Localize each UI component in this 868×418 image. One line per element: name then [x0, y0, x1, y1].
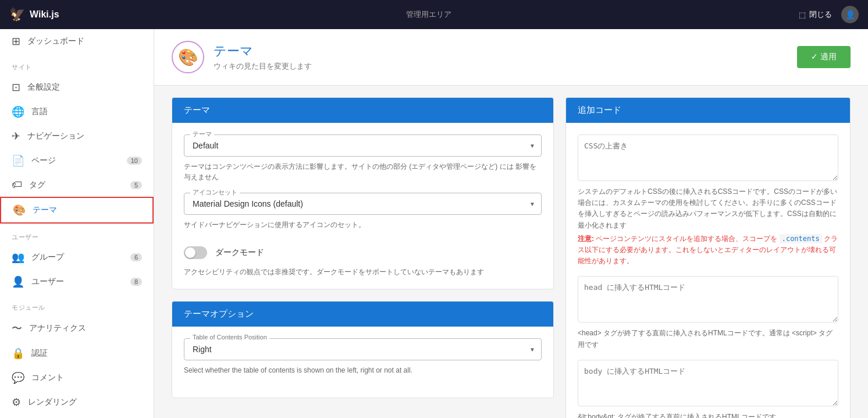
head-info: <head> タグが終了する直前に挿入されるHTMLコードです。通常は <scr… [578, 328, 838, 350]
pages-badge: 10 [127, 157, 142, 165]
sections-container: テーマ テーマ Default テーマはコンテンツページの表示方法に影響します。… [154, 86, 868, 418]
user-avatar[interactable]: 👤 [841, 6, 859, 23]
theme-card-body: テーマ Default テーマはコンテンツページの表示方法に影響します。サイトの… [172, 123, 553, 289]
topbar-center-label: 管理用エリア [59, 9, 799, 20]
additional-code-header: 追加コード [566, 98, 850, 123]
head-section: <head> タグが終了する直前に挿入されるHTMLコードです。通常は <scr… [578, 276, 838, 350]
iconset-field-group: アイコンセット Material Design Icons (default) … [184, 193, 542, 230]
sidebar-section-user: ユーザー [0, 224, 154, 245]
sidebar-label-comments: コメント [31, 373, 64, 383]
sidebar-item-analytics[interactable]: 〜 アナリティクス [0, 316, 154, 341]
dashboard-icon: ⊞ [12, 35, 20, 48]
right-sections: 追加コード システムのデフォルトCSSの後に挿入されるCSSコードです。CSSの… [565, 97, 851, 418]
sidebar-label-rendering: レンダリング [28, 397, 77, 408]
css-textarea[interactable] [578, 134, 838, 181]
sidebar-label-users: ユーザー [31, 277, 64, 287]
head-textarea[interactable] [578, 276, 838, 323]
page-title-block: テーマ ウィキの見た目を変更します [214, 42, 312, 72]
sidebar-item-theme[interactable]: 🎨 テーマ [0, 197, 154, 224]
warning-code: .contents [780, 234, 822, 243]
theme-card-header: テーマ [172, 98, 553, 123]
body-info: &lt;body&gt; タグが終了する直前に挿入されるHTMLコードです [578, 412, 838, 418]
apply-label: ✓ 適用 [811, 52, 837, 62]
sidebar-label-groups: グループ [31, 252, 64, 263]
page-title: テーマ [214, 42, 312, 60]
additional-code-body: システムのデフォルトCSSの後に挿入されるCSSコードです。CSSのコードが多い… [566, 123, 850, 418]
iconset-select[interactable]: Material Design Icons (default) [193, 199, 533, 208]
theme-floating-label: テーマ [190, 130, 214, 139]
toc-select-wrapper[interactable]: Table of Contents Position Right Left Of… [184, 338, 542, 360]
sidebar: ⊞ ダッシュボード サイト ⊡ 全般設定 🌐 言語 ✈ ナビゲーション 📄 ペー… [0, 29, 154, 418]
theme-options-card: テーマオプション Table of Contents Position Righ… [172, 301, 554, 398]
sidebar-label-auth: 認証 [31, 348, 48, 359]
darkmode-group: ダークモード アクセシビリティの観点では非推奨です。ダークモードをサポートしてい… [184, 240, 542, 277]
theme-card: テーマ テーマ Default テーマはコンテンツページの表示方法に影響します。… [172, 97, 554, 289]
sidebar-label-general: 全般設定 [27, 82, 60, 93]
darkmode-toggle[interactable] [184, 246, 207, 259]
theme-select-wrapper[interactable]: テーマ Default [184, 134, 542, 157]
theme-icon: 🎨 [13, 204, 26, 217]
body-textarea[interactable] [578, 360, 838, 406]
sidebar-item-auth[interactable]: 🔒 認証 [0, 341, 154, 366]
avatar-icon: 👤 [845, 10, 855, 19]
sidebar-item-users[interactable]: 👤 ユーザー 8 [0, 270, 154, 294]
language-icon: 🌐 [12, 105, 24, 118]
theme-options-card-body: Table of Contents Position Right Left Of… [172, 327, 553, 398]
exit-icon: ⬚ [799, 10, 806, 19]
content-area: 🎨 テーマ ウィキの見た目を変更します ✓ 適用 テーマ [154, 29, 868, 418]
sidebar-item-language[interactable]: 🌐 言語 [0, 100, 154, 124]
navigation-icon: ✈ [12, 130, 20, 143]
sidebar-item-pages[interactable]: 📄 ページ 10 [0, 148, 154, 173]
close-label: 閉じる [809, 9, 832, 20]
iconset-select-wrapper[interactable]: アイコンセット Material Design Icons (default) [184, 193, 542, 215]
sidebar-item-groups[interactable]: 👥 グループ 6 [0, 245, 154, 270]
tags-icon: 🏷 [12, 179, 22, 191]
theme-select[interactable]: Default [193, 141, 533, 150]
theme-options-card-header: テーマオプション [172, 302, 553, 327]
topbar: 🦅 Wiki.js 管理用エリア ⬚ 閉じる 👤 [0, 0, 868, 29]
analytics-icon: 〜 [12, 321, 22, 335]
rendering-icon: ⚙ [12, 396, 21, 409]
topbar-right: ⬚ 閉じる 👤 [799, 6, 859, 23]
sidebar-item-dashboard[interactable]: ⊞ ダッシュボード [0, 29, 154, 54]
toc-select[interactable]: Right Left Off [193, 345, 533, 354]
sidebar-label-dashboard: ダッシュボード [27, 36, 84, 47]
iconset-description: サイドバーナビゲーションに使用するアイコンのセット。 [184, 219, 542, 230]
theme-description: テーマはコンテンツページの表示方法に影響します。サイトの他の部分 (エディタや管… [184, 161, 542, 182]
css-section: システムのデフォルトCSSの後に挿入されるCSSコードです。CSSのコードが多い… [578, 134, 838, 267]
sidebar-label-pages: ページ [31, 155, 56, 166]
pages-icon: 📄 [12, 154, 24, 167]
darkmode-row: ダークモード [184, 240, 542, 265]
apply-button[interactable]: ✓ 適用 [797, 46, 851, 68]
sidebar-label-navigation: ナビゲーション [27, 131, 84, 141]
toc-field-group: Table of Contents Position Right Left Of… [184, 338, 542, 376]
sidebar-item-comments[interactable]: 💬 コメント [0, 366, 154, 390]
users-badge: 8 [130, 278, 142, 286]
theme-page-icon: 🎨 [178, 48, 198, 67]
app-logo: 🦅 Wiki.js [9, 7, 59, 22]
sidebar-label-language: 言語 [31, 107, 48, 117]
close-button[interactable]: ⬚ 閉じる [799, 9, 832, 20]
sidebar-item-navigation[interactable]: ✈ ナビゲーション [0, 124, 154, 148]
additional-code-card: 追加コード システムのデフォルトCSSの後に挿入されるCSSコードです。CSSの… [565, 97, 851, 418]
darkmode-label: ダークモード [215, 247, 264, 258]
theme-field-group: テーマ Default テーマはコンテンツページの表示方法に影響します。サイトの… [184, 134, 542, 182]
page-header: 🎨 テーマ ウィキの見た目を変更します ✓ 適用 [154, 29, 868, 86]
app-name: Wiki.js [30, 9, 59, 20]
sidebar-section-module: モジュール [0, 294, 154, 316]
sidebar-item-general[interactable]: ⊡ 全般設定 [0, 75, 154, 100]
page-subtitle: ウィキの見た目を変更します [214, 61, 312, 72]
toc-description: Select whether the table of contents is … [184, 365, 542, 376]
css-warning: 注意: ページコンテンツにスタイルを追加する場合、スコープを .contents… [578, 233, 838, 267]
toc-floating-label: Table of Contents Position [190, 334, 269, 341]
sidebar-item-rendering[interactable]: ⚙ レンダリング [0, 390, 154, 415]
sidebar-label-tags: タグ [29, 180, 45, 190]
groups-icon: 👥 [12, 251, 24, 264]
main-layout: ⊞ ダッシュボード サイト ⊡ 全般設定 🌐 言語 ✈ ナビゲーション 📄 ペー… [0, 29, 868, 418]
tags-badge: 5 [130, 181, 142, 189]
sidebar-item-tags[interactable]: 🏷 タグ 5 [0, 173, 154, 197]
css-info: システムのデフォルトCSSの後に挿入されるCSSコードです。CSSのコードが多い… [578, 186, 838, 231]
logo-icon: 🦅 [9, 7, 25, 22]
left-sections: テーマ テーマ Default テーマはコンテンツページの表示方法に影響します。… [172, 97, 554, 398]
warning-text-body: ページコンテンツにスタイルを追加する場合、スコープを [596, 235, 779, 243]
